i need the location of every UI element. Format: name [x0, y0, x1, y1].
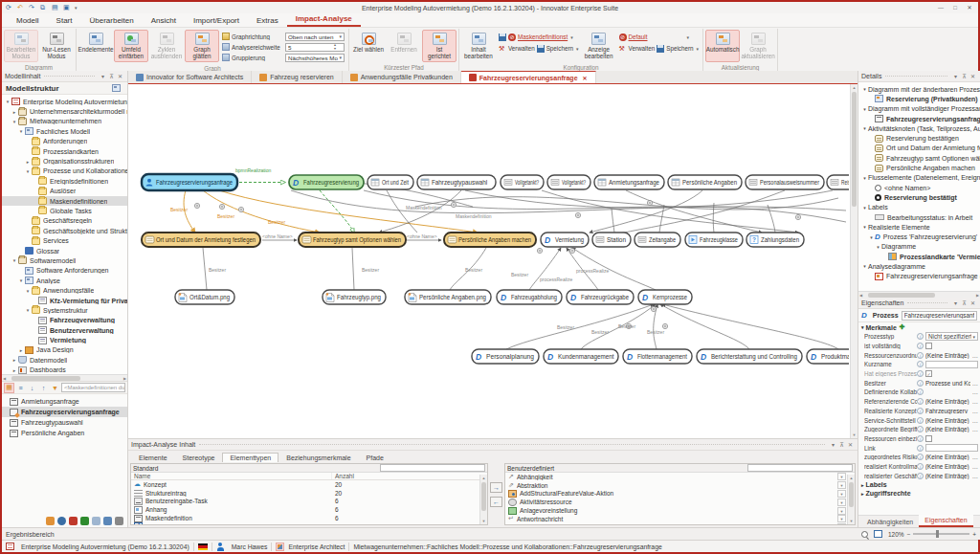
impact-tab-0[interactable]: Elemente [131, 453, 175, 462]
document-tab-1[interactable]: Fahrzeug reservieren [252, 71, 343, 83]
row-filter-icon[interactable]: ▼ [837, 515, 846, 522]
table-row[interactable]: ☁Konzept20 [131, 480, 487, 489]
table-row[interactable]: Struktureintrag20 [131, 489, 487, 498]
diagram-node[interactable]: DFlottenmanagement [623, 349, 692, 364]
diagram-node[interactable]: Fahrzeugtypauswahl [417, 175, 496, 189]
details-item[interactable]: ▾Diagramm mit vollständiger Prozessanzei… [858, 104, 980, 114]
filter-icon[interactable]: ▼ [50, 383, 60, 393]
panel-menu-icon[interactable]: ▾ [829, 441, 837, 448]
prop-input[interactable] [925, 444, 978, 452]
zyklen-ausblenden-button[interactable]: Zyklen ausblenden [149, 30, 184, 62]
diagram-node[interactable]: Fahrzeugtyp samt Optionen wählen [299, 233, 406, 247]
diagram-node[interactable]: DBerichterstattung und Controlling [697, 349, 802, 364]
tree-item[interactable]: ▾Mietwagenunternehmen [2, 117, 127, 126]
table-row[interactable]: Maskendefinition6 [131, 514, 487, 522]
diagram-node[interactable]: Persönliche Angaben.png [405, 290, 491, 304]
tree-item[interactable]: Prozesslandkarten [2, 146, 127, 156]
tree-item[interactable]: Ereignisdefinitionen [2, 176, 127, 186]
diagram-node[interactable]: Vollgetankt? [547, 175, 590, 189]
print-icon[interactable]: ▣ [63, 4, 72, 11]
pin-icon[interactable]: ⊼ [107, 73, 116, 79]
row-filter-icon[interactable]: ▼ [837, 499, 846, 506]
diagram-node[interactable]: Persönliche Angaben [668, 175, 742, 189]
customize-caret-icon[interactable]: ▾ [75, 4, 83, 11]
mail-icon[interactable] [92, 517, 100, 525]
diagram-node[interactable]: Fahrzeugklasse [685, 233, 743, 247]
pin-icon[interactable]: ⊼ [837, 441, 846, 448]
entfernen-button[interactable]: Entfernen [387, 30, 421, 62]
expand-arrow[interactable]: ▸ [11, 109, 18, 115]
undo-icon[interactable]: ↶ [17, 4, 26, 11]
diagram-node[interactable]: Personalausweisnummer [746, 175, 824, 189]
tree-item[interactable]: ▸Java Design [2, 345, 127, 355]
speichern-button[interactable]: Speichern [546, 45, 573, 52]
package-icon[interactable] [80, 517, 89, 525]
tree-item[interactable]: ▾Anwendungsfälle [2, 285, 127, 295]
row-filter-icon[interactable]: ▼ [837, 481, 846, 489]
document-tab-0[interactable]: Innovator for Software Architects [128, 71, 252, 83]
details-item[interactable]: Ort und Datum der Anmietung festleg [858, 144, 980, 153]
document-tab-2[interactable]: Anwendungsfälle Privatkunden [343, 71, 461, 83]
details-item[interactable]: ▾Diagramme [858, 242, 980, 252]
details-item[interactable]: Prozesslandkarte 'Vermietungs [858, 252, 980, 261]
diagram-node[interactable]: DKernprozesse [638, 290, 692, 304]
redo-icon[interactable]: ↷ [29, 4, 37, 11]
fit-page-icon[interactable] [874, 530, 882, 538]
table-search-input[interactable] [747, 464, 853, 472]
diagram-node[interactable]: Vollgetankt? [501, 175, 544, 189]
gruppierung-select[interactable]: Nächsthöheres Mo▾ [285, 54, 345, 62]
tree-item[interactable]: Fahrzeugverwaltung [2, 316, 127, 325]
mask-search-input[interactable]: <Maskendefinitionen durc▾ [61, 383, 125, 392]
tree-item[interactable]: Benutzerverwaltung [2, 325, 127, 335]
ellipsis-button[interactable]: … [970, 408, 978, 414]
collapse-arrow[interactable]: ▾ [24, 307, 32, 313]
details-item[interactable]: Bearbeitungsstatus: in Arbeit [858, 212, 980, 222]
tree-item[interactable]: Maskendefinitionen [2, 196, 127, 206]
details-item[interactable]: ▾Labels [858, 203, 980, 212]
impact-tab-4[interactable]: Pfade [359, 453, 391, 462]
diagram-node[interactable]: Reisepassnummer [827, 175, 849, 189]
table-search-input[interactable] [380, 464, 485, 472]
menu-tab-2[interactable]: Überarbeiten [80, 13, 142, 27]
tree-item[interactable]: ▾Prozesse und Kollaborationen [2, 166, 127, 176]
table-row[interactable]: Maskenfeld4 [131, 522, 487, 525]
menu-tab-1[interactable]: Start [48, 13, 81, 27]
graph-glaetten-button[interactable]: Graph glätten [185, 30, 219, 62]
impact-tab-2[interactable]: Elementtypen [222, 453, 278, 462]
bearbeiten-modus-button[interactable]: Bearbeiten Modus [4, 30, 38, 62]
zoom-slider[interactable] [913, 533, 969, 535]
details-item[interactable]: ▾Realisierte Elemente [858, 222, 980, 232]
folder-icon[interactable] [46, 517, 55, 525]
diagram-node[interactable]: DProduktmanagement [807, 349, 849, 364]
paste-icon[interactable]: ▤ [52, 4, 60, 11]
anzeige-bearbeiten-button[interactable]: Anzeige bearbeiten [582, 30, 616, 62]
diagram-node[interactable]: DKundenmanagement [544, 349, 618, 364]
maximize-button[interactable]: □ [948, 3, 962, 12]
collapse-arrow[interactable]: ▾ [11, 257, 18, 263]
list-item[interactable]: Persönliche Angaben [2, 428, 127, 438]
language-flag-icon[interactable] [198, 543, 208, 550]
default-config-combo[interactable]: Default [629, 33, 684, 40]
details-horizontal-scrollbar[interactable]: ◀▶ [858, 291, 980, 298]
table-scrollbar[interactable]: ▲▼ [847, 475, 855, 524]
zugriffsrechte-section[interactable]: ▸Zugriffsrechte [858, 489, 980, 498]
tree-item[interactable]: ▸Unternehmensarchitekturmodell mit Arc [2, 106, 127, 116]
graphrichtung-select[interactable]: Oben nach unten▾ [285, 33, 345, 41]
tree-item[interactable]: Kfz-Vermietung für Privatkunden [2, 296, 127, 305]
table-row[interactable]: Aktivitätsressource▼ [505, 498, 855, 506]
panel-menu-icon[interactable]: ▾ [99, 73, 107, 79]
panel-menu-icon[interactable]: ▾ [951, 299, 960, 306]
list-item[interactable]: Fahrzeugreservierungsanfrage [2, 407, 127, 417]
prop-checkbox[interactable]: ✓ [925, 370, 932, 377]
diagram-node[interactable]: DFahrzeugabholung [497, 290, 562, 304]
properties-tab-0[interactable]: Abhängigkeiten [861, 517, 919, 527]
prop-checkbox[interactable] [925, 343, 932, 349]
details-item[interactable]: ▾Aktivitätsknoten (Task, Teilprozess, Au… [858, 123, 980, 133]
ziel-waehlen-button[interactable]: Ziel wählen [351, 30, 386, 62]
tree-item[interactable]: Glossar [2, 246, 127, 255]
expand-arrow[interactable]: ▸ [17, 347, 25, 353]
details-item[interactable]: Fahrzeugreservierungsanfrage [858, 114, 980, 123]
column-header[interactable]: Anzahl [332, 473, 390, 479]
endelemente-button[interactable]: Endelemente [78, 30, 113, 62]
close-icon[interactable]: ✕ [969, 73, 977, 79]
